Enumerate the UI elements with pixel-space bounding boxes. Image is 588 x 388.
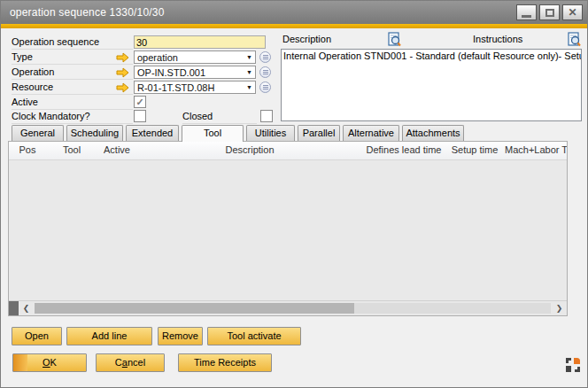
window-controls: ✕ xyxy=(516,4,583,20)
resource-link-arrow-icon[interactable] xyxy=(116,82,129,93)
column-header-defines-lead-time: Defines lead time xyxy=(363,142,445,159)
tab-attachments[interactable]: Attachments xyxy=(402,125,464,141)
chevron-right-icon: ❯ xyxy=(556,304,563,313)
close-icon: ✕ xyxy=(568,7,576,18)
operation-sequence-input[interactable] xyxy=(134,35,266,49)
operation-choose-from-list-icon[interactable] xyxy=(259,66,271,78)
tab-general[interactable]: General xyxy=(12,125,64,141)
scroll-left-button[interactable]: ❮ xyxy=(19,301,34,315)
table-header-row: Pos Tool Active Description Defines lead… xyxy=(9,142,567,160)
minimize-icon xyxy=(522,15,531,18)
column-header-active: Active xyxy=(97,142,136,159)
resource-choose-from-list-icon[interactable] xyxy=(259,81,271,93)
closed-label: Closed xyxy=(182,110,257,124)
operation-value: OP-IN.STD.001 xyxy=(135,67,246,78)
minimize-button[interactable] xyxy=(516,4,537,20)
operation-sequence-window: operation sequence 1330/10/30 ✕ Operatio… xyxy=(0,0,588,388)
operation-dropdown[interactable]: OP-IN.STD.001 ▼ xyxy=(134,66,256,79)
scroll-right-button[interactable]: ❯ xyxy=(552,301,567,315)
column-header-tool: Tool xyxy=(46,142,97,159)
time-receipts-button[interactable]: Time Receipts xyxy=(178,353,272,372)
ok-button[interactable]: OK xyxy=(12,353,87,372)
operation-label: Operation xyxy=(12,66,133,80)
horizontal-scrollbar[interactable]: ❮ ❯ xyxy=(9,300,567,315)
scrollbar-track[interactable] xyxy=(35,303,551,314)
operation-sequence-label: Operation sequence xyxy=(12,35,133,50)
tab-parallel[interactable]: Parallel xyxy=(298,125,340,141)
column-header-setup-time: Setup time xyxy=(445,142,505,159)
resource-label: Resource xyxy=(12,81,133,95)
tool-table-panel: Pos Tool Active Description Defines lead… xyxy=(8,141,568,316)
description-expand-editor-icon[interactable] xyxy=(388,32,401,47)
accent-bar xyxy=(1,24,587,28)
tab-scheduling[interactable]: Scheduling xyxy=(66,125,123,141)
tab-alternative[interactable]: Alternative xyxy=(343,125,399,141)
scrollbar-thumb[interactable] xyxy=(35,303,354,314)
chevron-down-icon: ▼ xyxy=(246,54,255,60)
tool-activate-button[interactable]: Tool activate xyxy=(207,327,301,345)
description-textarea[interactable]: Internal Operation STND001 - Standard (d… xyxy=(281,49,582,121)
type-link-arrow-icon[interactable] xyxy=(116,52,129,63)
chevron-down-icon: ▼ xyxy=(246,84,255,90)
tab-utilities[interactable]: Utilities xyxy=(246,125,295,141)
cancel-button[interactable]: Cancel xyxy=(96,353,165,372)
check-icon: ✓ xyxy=(135,97,143,107)
close-button[interactable]: ✕ xyxy=(562,4,583,20)
table-body-empty xyxy=(9,160,567,300)
open-button[interactable]: Open xyxy=(12,327,62,345)
maximize-button[interactable] xyxy=(539,4,560,20)
type-dropdown[interactable]: operation ▼ xyxy=(134,50,256,64)
clock-mandatory-label: Clock Mandatory? xyxy=(12,110,133,124)
instructions-label: Instructions xyxy=(473,34,522,46)
title-bar: operation sequence 1330/10/30 xyxy=(1,1,587,24)
column-header-description: Description xyxy=(136,142,363,159)
window-title: operation sequence 1330/10/30 xyxy=(1,6,165,19)
column-header-pos: Pos xyxy=(9,142,46,159)
operation-link-arrow-icon[interactable] xyxy=(116,67,129,78)
description-label: Description xyxy=(282,34,331,46)
instructions-expand-editor-icon[interactable] xyxy=(568,32,581,47)
resource-value: R-01-1T.STD.08H xyxy=(135,82,246,93)
resize-grip-icon[interactable] xyxy=(565,357,581,373)
type-label: Type xyxy=(12,50,133,65)
maximize-icon xyxy=(545,9,554,17)
tab-strip: General Scheduling Extended Tool Utiliti… xyxy=(12,125,467,142)
splitter-handle[interactable] xyxy=(9,301,19,315)
tab-extended[interactable]: Extended xyxy=(126,125,179,141)
resource-dropdown[interactable]: R-01-1T.STD.08H ▼ xyxy=(134,81,256,94)
remove-button[interactable]: Remove xyxy=(158,327,203,345)
active-label: Active xyxy=(12,96,133,110)
active-checkbox[interactable]: ✓ xyxy=(134,96,146,108)
column-header-mach-labor-time: Mach+Labor Ti xyxy=(505,142,567,159)
tab-tool[interactable]: Tool xyxy=(182,125,244,142)
clock-mandatory-checkbox[interactable] xyxy=(134,110,146,122)
chevron-down-icon: ▼ xyxy=(246,69,255,75)
add-line-button[interactable]: Add line xyxy=(66,327,152,345)
type-choose-from-list-icon[interactable] xyxy=(259,51,271,63)
default-button-highlight xyxy=(13,354,27,371)
type-value: operation xyxy=(135,52,246,63)
closed-checkbox[interactable] xyxy=(260,110,273,122)
chevron-left-icon: ❮ xyxy=(23,304,30,313)
